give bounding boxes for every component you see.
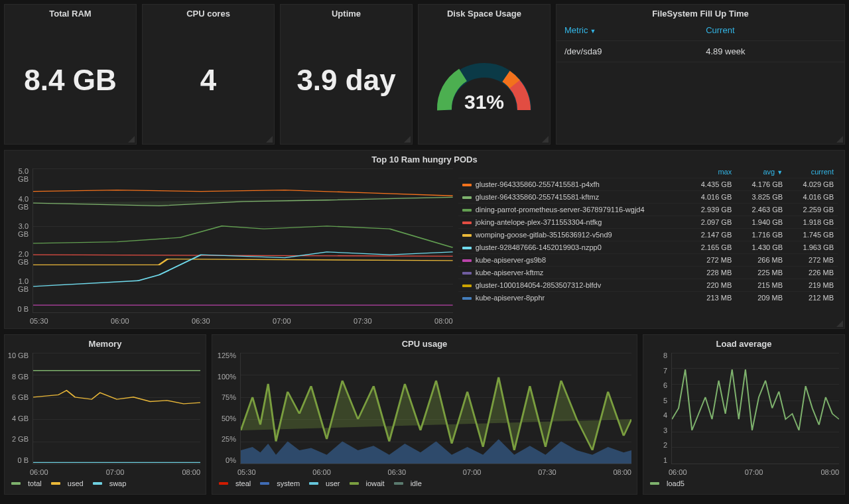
legend-max: 2.939 GB — [685, 204, 736, 216]
x-axis: 05:3006:0006:3007:0007:3008:00 — [237, 468, 631, 476]
load-average-chart[interactable]: 87654321 06:0007:0008:00 — [643, 350, 844, 476]
legend-item[interactable]: load5 — [650, 479, 685, 487]
disk-gauge: 31% — [431, 47, 537, 113]
legend-current: 1.745 GB — [787, 229, 838, 241]
legend-row[interactable]: joking-antelope-plex-3711553304-ntfkg2.0… — [458, 216, 838, 229]
cell-current: 4.89 week — [698, 41, 844, 62]
total-ram-panel[interactable]: Total RAM 8.4 GB — [4, 4, 137, 145]
x-axis: 05:3006:0006:3007:0007:3008:00 — [30, 317, 453, 325]
legend-item[interactable]: iowait — [350, 479, 385, 487]
legend-max: 213 MB — [685, 292, 736, 304]
table-header-current[interactable]: Current — [698, 20, 844, 41]
resize-handle-icon[interactable] — [128, 136, 135, 143]
legend-header-avg[interactable]: avg▼ — [736, 166, 787, 178]
legend-item[interactable]: used — [51, 479, 84, 487]
top-pods-panel[interactable]: Top 10 Ram hungry PODs 5.0 GB4.0 GB3.0 G… — [4, 150, 845, 329]
uptime-panel[interactable]: Uptime 3.9 day — [280, 4, 413, 145]
legend-header-max[interactable]: max — [685, 166, 736, 178]
plot-area — [33, 168, 453, 313]
table-row[interactable]: /dev/sda94.89 week — [556, 41, 844, 62]
series-swatch-icon — [260, 482, 269, 485]
legend-max: 272 MB — [685, 254, 736, 267]
legend-name: gluster-964335860-2557415581-p4xfh — [458, 178, 685, 191]
series-swatch-icon — [219, 482, 228, 485]
legend: load5 — [643, 476, 844, 491]
legend-item[interactable]: total — [11, 479, 42, 487]
legend-current: 212 MB — [787, 292, 838, 304]
load-average-panel[interactable]: Load average 87654321 06:0007:0008:00 lo… — [643, 334, 845, 495]
legend-avg: 1.716 GB — [736, 229, 787, 241]
legend-current: 1.918 GB — [787, 216, 838, 229]
legend-current: 2.259 GB — [787, 204, 838, 216]
legend-item[interactable]: swap — [93, 479, 127, 487]
legend-current: 4.016 GB — [787, 191, 838, 204]
series-swatch-icon — [51, 482, 60, 485]
legend-name: kube-apiserver-8pphr — [458, 292, 685, 304]
legend-item[interactable]: user — [309, 479, 340, 487]
legend-current: 1.963 GB — [787, 241, 838, 254]
legend-label: total — [28, 479, 42, 487]
sort-desc-icon: ▼ — [777, 169, 783, 176]
legend-avg: 3.825 GB — [736, 191, 787, 204]
resize-handle-icon[interactable] — [266, 136, 273, 143]
legend-header-name[interactable] — [458, 166, 685, 178]
table-header-metric[interactable]: Metric▼ — [556, 20, 698, 41]
resize-handle-icon[interactable] — [836, 136, 843, 143]
legend-header-current[interactable]: current — [787, 166, 838, 178]
panel-title: Memory — [5, 335, 206, 350]
legend-row[interactable]: kube-apiserver-kftmz228 MB225 MB226 MB — [458, 267, 838, 279]
svg-marker-0 — [241, 439, 631, 464]
series-swatch-icon — [462, 284, 472, 287]
filesystem-table: Metric▼ Current /dev/sda94.89 week — [556, 20, 844, 62]
top-pods-chart[interactable]: 5.0 GB4.0 GB3.0 GB2.0 GB1.0 GB0 B — [5, 166, 458, 325]
series-swatch-icon — [462, 297, 472, 300]
legend-item[interactable]: idle — [394, 479, 422, 487]
legend-row[interactable]: dining-parrot-prometheus-server-36789791… — [458, 204, 838, 216]
plot-area — [671, 353, 839, 464]
legend-name: joking-antelope-plex-3711553304-ntfkg — [458, 216, 685, 229]
legend-avg: 266 MB — [736, 254, 787, 267]
legend-max: 4.016 GB — [685, 191, 736, 204]
cpu-usage-chart[interactable]: 125%100%75%50%25%0% 05:3006:0006:3007:00… — [212, 350, 637, 476]
filesystem-panel[interactable]: FileSystem Fill Up Time Metric▼ Current … — [556, 4, 845, 145]
memory-panel[interactable]: Memory 10 GB8 GB6 GB4 GB2 GB0 B 06:0007:… — [4, 334, 206, 495]
legend-item[interactable]: steal — [219, 479, 251, 487]
cpu-cores-panel[interactable]: CPU cores 4 — [142, 4, 275, 145]
legend-name: kube-apiserver-kftmz — [458, 267, 685, 279]
legend-label: used — [68, 479, 84, 487]
plot-area — [33, 353, 200, 464]
memory-chart[interactable]: 10 GB8 GB6 GB4 GB2 GB0 B 06:0007:0008:00 — [5, 350, 206, 476]
y-axis: 10 GB8 GB6 GB4 GB2 GB0 B — [6, 351, 31, 464]
disk-gauge-value: 31% — [431, 91, 537, 113]
plot-area — [240, 353, 631, 464]
legend-avg: 215 MB — [736, 279, 787, 292]
legend-name: womping-goose-gitlab-3515636912-v5nd9 — [458, 229, 685, 241]
series-swatch-icon — [462, 259, 472, 262]
series-swatch-icon — [462, 247, 472, 249]
legend: stealsystemuseriowaitidle — [212, 476, 637, 491]
disk-space-panel[interactable]: Disk Space Usage 31% — [418, 4, 551, 145]
legend-row[interactable]: kube-apiserver-8pphr213 MB209 MB212 MB — [458, 292, 838, 304]
legend-row[interactable]: gluster-928487666-1452019903-nzpp02.165 … — [458, 241, 838, 254]
legend-item[interactable]: system — [260, 479, 300, 487]
resize-handle-icon[interactable] — [404, 136, 411, 143]
legend-row[interactable]: womping-goose-gitlab-3515636912-v5nd92.1… — [458, 229, 838, 241]
legend-row[interactable]: gluster-964335860-2557415581-p4xfh4.435 … — [458, 178, 838, 191]
legend-avg: 4.176 GB — [736, 178, 787, 191]
series-swatch-icon — [462, 234, 472, 237]
series-swatch-icon — [462, 272, 472, 275]
legend-name: gluster-928487666-1452019903-nzpp0 — [458, 241, 685, 254]
legend-row[interactable]: kube-apiserver-gs9b8272 MB266 MB272 MB — [458, 254, 838, 267]
cpu-usage-panel[interactable]: CPU usage 125%100%75%50%25%0% 05:3006:00… — [212, 334, 637, 495]
resize-handle-icon[interactable] — [836, 320, 843, 327]
y-axis: 5.0 GB4.0 GB3.0 GB2.0 GB1.0 GB0 B — [6, 167, 31, 313]
panel-title: Load average — [643, 335, 844, 350]
legend-row[interactable]: gluster-1000184054-2853507312-blfdv220 M… — [458, 279, 838, 292]
legend-label: idle — [411, 479, 422, 487]
series-swatch-icon — [650, 482, 659, 485]
legend-row[interactable]: gluster-964335860-2557415581-kftmz4.016 … — [458, 191, 838, 204]
legend-max: 228 MB — [685, 267, 736, 279]
sort-desc-icon: ▼ — [590, 28, 596, 34]
resize-handle-icon[interactable] — [542, 136, 549, 143]
y-axis: 87654321 — [645, 351, 670, 464]
